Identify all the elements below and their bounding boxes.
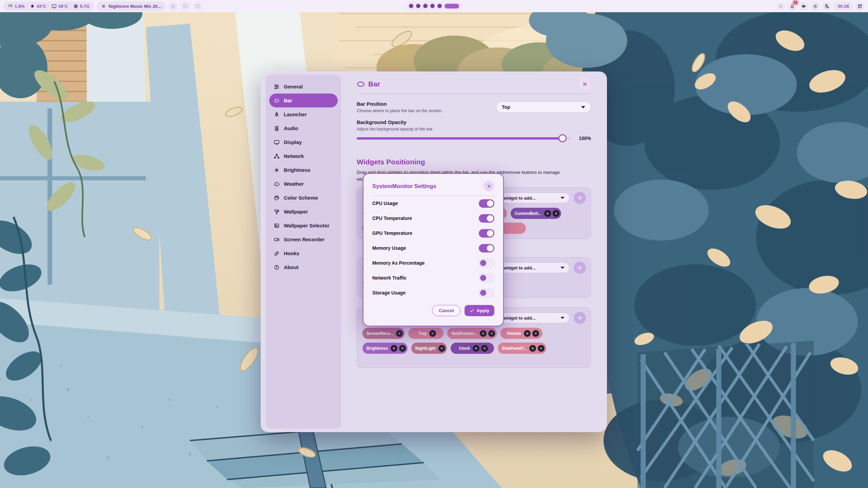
workspace-dot[interactable] xyxy=(416,4,420,8)
gear-icon[interactable] xyxy=(544,210,551,217)
clock-pill[interactable]: 00:28 xyxy=(834,2,853,11)
skull-icon xyxy=(171,4,176,9)
sidebar-item-label: Wallpaper Selector xyxy=(284,223,330,228)
sidebar-item-audio[interactable]: Audio xyxy=(269,121,338,135)
toggle-label: CPU Usage xyxy=(372,201,398,206)
remove-icon[interactable] xyxy=(396,330,403,337)
media-title: Nightcore Music Mix 20... xyxy=(108,4,161,9)
workspace-dot[interactable] xyxy=(409,4,413,8)
dashboard-button[interactable] xyxy=(855,2,865,11)
skull-button[interactable] xyxy=(169,2,178,11)
cpu-usage-toggle[interactable] xyxy=(479,199,494,208)
widget-chip[interactable]: ScreenReco... xyxy=(362,328,405,339)
remove-icon[interactable] xyxy=(488,330,495,337)
sidebar-item-wallpaper-selector[interactable]: Wallpaper Selector xyxy=(269,219,338,232)
widget-chip[interactable]: Volume xyxy=(500,328,542,339)
sidebar-item-weather[interactable]: Weather xyxy=(269,177,338,191)
cpu-temperature-toggle[interactable] xyxy=(479,214,494,223)
workspace-dot[interactable] xyxy=(437,4,442,8)
background-opacity-label: Background Opacity xyxy=(357,119,591,125)
remove-icon[interactable] xyxy=(538,345,545,352)
gpu-temperature-toggle[interactable] xyxy=(479,229,494,238)
sidebar-item-hooks[interactable]: Hooks xyxy=(269,246,338,260)
add-widget-button[interactable] xyxy=(574,262,586,274)
window-close-button[interactable] xyxy=(579,78,591,90)
screen-record-button[interactable] xyxy=(776,2,785,11)
toggle-label: GPU Temperature xyxy=(372,230,412,236)
network-icon xyxy=(274,153,280,159)
gear-icon[interactable] xyxy=(473,345,479,352)
close-icon xyxy=(581,81,589,87)
remove-icon[interactable] xyxy=(438,345,445,352)
gear-icon[interactable] xyxy=(529,345,536,352)
sidebar-item-display[interactable]: Display xyxy=(269,135,338,149)
heart-icon xyxy=(195,4,200,9)
workspace-dot[interactable] xyxy=(423,4,428,8)
remove-icon[interactable] xyxy=(553,210,559,217)
sidebar-item-brightness[interactable]: Brightness xyxy=(269,163,338,177)
media-player-pill[interactable]: Nightcore Music Mix 20... xyxy=(97,2,165,11)
bar-position-dropdown[interactable]: Top xyxy=(496,101,591,113)
paint-roller-icon xyxy=(274,209,280,215)
widget-chip[interactable]: Clock xyxy=(451,343,494,354)
widget-chip[interactable]: NightLight xyxy=(411,343,447,354)
chevron-down-icon xyxy=(560,317,565,319)
sidebar-item-screen-recorder[interactable]: Screen Recorder xyxy=(269,232,338,246)
storage-usage-toggle[interactable] xyxy=(479,289,494,297)
memory-as-percentage-toggle[interactable] xyxy=(479,259,494,267)
system-stats-pill[interactable]: 1.8% 43°C 38°C 9.7G xyxy=(3,2,94,11)
sidebar-item-network[interactable]: Network xyxy=(269,149,338,163)
display-icon xyxy=(274,139,280,145)
toggle-label: CPU Temperature xyxy=(372,216,412,221)
speaker-box-icon xyxy=(274,125,280,131)
workspaces xyxy=(405,1,463,11)
sidebar-item-label: Launcher xyxy=(284,111,307,117)
memory-usage-toggle[interactable] xyxy=(479,244,494,252)
volume-button[interactable] xyxy=(799,2,808,11)
close-icon xyxy=(487,184,492,189)
night-light-button[interactable] xyxy=(822,2,831,11)
link-icon xyxy=(274,250,280,257)
sidebar-item-color-scheme[interactable]: Color Scheme xyxy=(269,191,338,205)
cancel-button[interactable]: Cancel xyxy=(432,305,460,316)
add-widget-button[interactable] xyxy=(574,312,586,324)
chevron-down-icon xyxy=(560,197,565,199)
remove-icon[interactable] xyxy=(481,345,488,352)
brightness-button[interactable] xyxy=(811,2,820,11)
oval-icon xyxy=(357,81,365,87)
plus-icon xyxy=(577,315,583,321)
slider-knob[interactable] xyxy=(558,134,567,142)
workspace-dot[interactable] xyxy=(430,4,435,8)
heart-button[interactable] xyxy=(181,2,190,11)
heart-button-2[interactable] xyxy=(193,2,202,11)
remove-icon[interactable] xyxy=(399,345,406,352)
chevron-down-icon xyxy=(560,267,565,269)
widget-chip[interactable]: SidePanelT... xyxy=(498,343,546,354)
remove-icon[interactable] xyxy=(532,330,539,337)
gear-icon[interactable] xyxy=(480,330,487,337)
toggle-label: Network Traffic xyxy=(372,275,407,281)
apply-button[interactable]: Apply xyxy=(465,305,494,316)
sidebar-item-label: Brightness xyxy=(284,167,310,173)
widget-chip[interactable]: Notification... xyxy=(447,328,497,339)
widget-chip[interactable]: CustomButt... xyxy=(511,208,561,219)
widget-chip[interactable]: Tray xyxy=(408,328,443,339)
sidebar-item-bar[interactable]: Bar xyxy=(269,94,338,107)
dialog-close-button[interactable] xyxy=(484,181,494,191)
add-widget-button[interactable] xyxy=(574,192,586,204)
clock-time: 00:28 xyxy=(838,4,849,9)
sidebar-item-launcher[interactable]: Launcher xyxy=(269,107,338,121)
gear-icon[interactable] xyxy=(391,345,397,352)
monitor-icon xyxy=(52,4,57,9)
systemmonitor-settings-dialog: SystemMonitor Settings CPU Usage CPU Tem… xyxy=(363,173,504,326)
sidebar-item-label: Wallpaper xyxy=(284,209,308,215)
network-traffic-toggle[interactable] xyxy=(479,274,494,282)
remove-icon[interactable] xyxy=(429,330,436,337)
widget-chip[interactable]: Brightness xyxy=(362,343,408,354)
sidebar-item-wallpaper[interactable]: Wallpaper xyxy=(269,205,338,219)
sidebar-item-about[interactable]: About xyxy=(269,260,338,274)
sidebar-item-general[interactable]: General xyxy=(269,80,338,94)
opacity-slider[interactable] xyxy=(357,137,571,140)
gear-icon[interactable] xyxy=(524,330,531,337)
workspace-active[interactable] xyxy=(445,4,459,8)
